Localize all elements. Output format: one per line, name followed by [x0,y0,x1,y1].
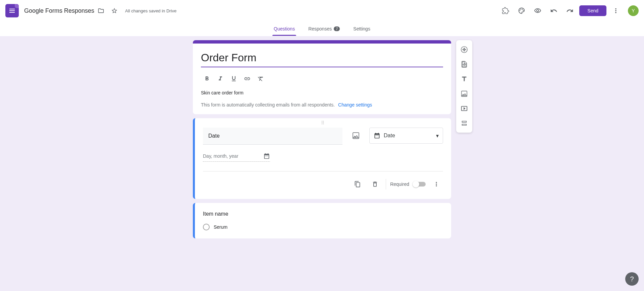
save-status: All changes saved in Drive [125,8,176,13]
add-image-icon[interactable] [458,87,471,100]
question-title[interactable]: Item name [203,211,443,217]
send-button[interactable]: Send [579,5,606,16]
option-text[interactable]: Serum [214,224,227,230]
question-card-item-name[interactable]: Item name Serum [193,203,451,238]
question-more-icon[interactable] [430,177,443,191]
app-header: Google Forms Responses All changes saved… [0,0,644,21]
add-question-icon[interactable] [458,43,471,56]
preview-icon[interactable] [531,4,544,17]
svg-point-2 [522,9,523,10]
add-image-icon[interactable] [348,128,364,144]
svg-point-0 [520,10,521,11]
tab-questions[interactable]: Questions [272,21,296,36]
collection-notice-text: This form is automatically collecting em… [201,102,335,107]
undo-icon[interactable] [547,4,560,17]
user-avatar[interactable]: Y [628,5,639,16]
drag-handle-icon[interactable]: ⠿ [203,120,443,126]
required-label: Required [390,181,409,187]
date-answer-preview: Day, month, year [203,153,270,162]
tab-settings-label: Settings [353,26,370,31]
calendar-icon [374,132,380,139]
option-row: Serum [203,224,443,230]
move-to-folder-icon[interactable] [94,4,108,17]
duplicate-icon[interactable] [351,177,364,191]
import-questions-icon[interactable] [458,58,471,71]
document-title[interactable]: Google Forms Responses [24,7,94,14]
add-video-icon[interactable] [458,102,471,115]
calendar-icon [263,153,270,159]
question-type-label: Date [384,133,395,139]
svg-point-1 [521,9,522,10]
add-title-icon[interactable] [458,72,471,86]
text-formatting-toolbar [201,70,443,90]
date-placeholder-text: Day, month, year [203,153,238,159]
form-editor-main: Order Form Skin care order form This for… [0,36,644,256]
underline-icon[interactable] [228,73,240,85]
form-title-input[interactable]: Order Form [201,52,443,67]
form-title-card: Order Form Skin care order form This for… [193,40,451,114]
add-section-icon[interactable] [458,117,471,130]
tab-responses-label: Responses [308,26,332,31]
customize-theme-icon[interactable] [515,4,528,17]
delete-icon[interactable] [368,177,382,191]
tab-questions-label: Questions [274,26,295,31]
question-type-dropdown[interactable]: Date ▾ [369,128,443,144]
radio-icon [203,224,210,230]
question-card-date[interactable]: ⠿ Date ▾ Day, month, year [193,118,451,199]
tab-responses[interactable]: Responses 7 [307,21,341,36]
floating-toolbar [456,40,472,133]
link-icon[interactable] [241,73,253,85]
italic-icon[interactable] [214,73,226,85]
change-settings-link[interactable]: Change settings [338,102,372,107]
form-tabs: Questions Responses 7 Settings [0,21,644,36]
question-title-input[interactable] [203,128,342,145]
addons-icon[interactable] [499,4,512,17]
tab-settings[interactable]: Settings [352,21,372,36]
clear-formatting-icon[interactable] [255,73,267,85]
more-options-icon[interactable] [609,4,623,17]
star-icon[interactable] [108,4,121,17]
forms-logo[interactable] [5,4,19,17]
required-toggle[interactable] [413,182,426,187]
redo-icon[interactable] [563,4,577,17]
form-description-input[interactable]: Skin care order form [201,90,443,95]
email-collection-notice: This form is automatically collecting em… [201,102,443,107]
dropdown-arrow-icon: ▾ [436,133,439,139]
divider [386,179,386,190]
responses-count-badge: 7 [334,26,340,31]
svg-point-3 [523,10,524,11]
bold-icon[interactable] [201,73,213,85]
